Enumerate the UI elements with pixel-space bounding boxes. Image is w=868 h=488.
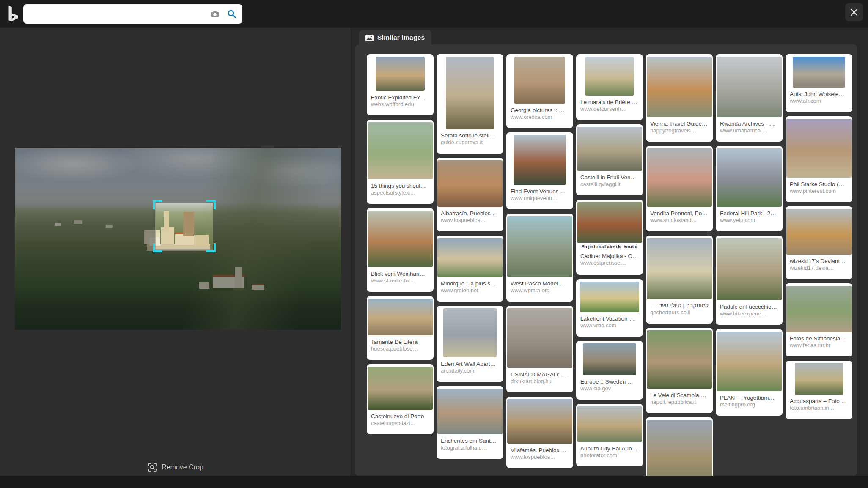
- result-title: Albarracín. Pueblos …: [441, 210, 499, 217]
- results-column: Le marais de Brière …www.detoursenfr…Cas…: [576, 54, 643, 476]
- result-thumbnail: [583, 343, 636, 375]
- result-card[interactable]: Tamarite De Literahuesca.pueblose…: [367, 296, 434, 360]
- result-thumbnail: [507, 399, 572, 444]
- bottom-bar: [0, 476, 868, 488]
- result-card[interactable]: West Pasco Model …www.wpmra.org: [506, 214, 573, 302]
- result-card[interactable]: Padule di Fucecchio…www.bikeexperie…: [716, 236, 783, 325]
- tab-label: Similar images: [377, 34, 425, 41]
- result-source: www.pinterest.com: [790, 188, 848, 194]
- result-source: www.lospueblos…: [441, 217, 499, 223]
- result-card[interactable]: Castelli in Friuli Ven…castelli.qviaggi.…: [576, 124, 643, 195]
- result-card[interactable]: CSINÁLD MAGAD: …drkuktart.blog.hu: [506, 306, 573, 392]
- result-card[interactable]: Minorque : la plus s…www.gralon.net: [437, 236, 503, 302]
- result-card[interactable]: Le marais de Brière …www.detoursenfr…: [576, 54, 643, 120]
- result-card[interactable]: Albarracín. Pueblos …www.lospueblos…: [437, 158, 503, 231]
- result-title: Find Event Venues …: [511, 188, 569, 195]
- result-card[interactable]: Federal Hill Park - 2…www.yelp.com: [716, 146, 783, 231]
- result-card[interactable]: Vienna Travel Guide…happyfrogtravels…: [646, 54, 713, 142]
- result-title: Federal Hill Park - 2…: [720, 210, 778, 217]
- result-thumbnail: [795, 363, 843, 395]
- camera-icon[interactable]: [209, 8, 221, 20]
- result-thumbnail: [786, 209, 851, 255]
- result-thumbnail: [786, 119, 851, 178]
- result-title: Georgia pictures :: …: [511, 107, 569, 113]
- result-source: foto.umbriaonlin…: [790, 405, 848, 411]
- result-card[interactable]: Vilafamés. Pueblos …www.lospueblos…: [506, 397, 573, 468]
- result-thumbnail: [507, 308, 572, 368]
- result-card[interactable]: Serata sotto le stell…guide.supereva.it: [437, 54, 503, 154]
- result-title: Lakefront Vacation …: [580, 315, 639, 322]
- result-card[interactable]: [646, 417, 713, 476]
- results-column: Artist John Wolsele…www.afr.comPhil Star…: [786, 54, 852, 476]
- crop-corner-top-right[interactable]: [206, 200, 216, 209]
- result-thumbnail: [437, 160, 502, 207]
- result-source: www.orexca.com: [511, 114, 569, 120]
- result-card[interactable]: Le Vele di Scampia,…napoli.repubblica.it: [646, 328, 713, 413]
- result-title: Padule di Fucecchio…: [720, 304, 778, 310]
- result-thumbnail: [793, 57, 845, 88]
- result-source: geshertours.co.il: [650, 309, 709, 315]
- result-title: Castelli in Friuli Ven…: [580, 174, 639, 181]
- result-card[interactable]: Rwanda Archives - …www.urbanafrica.…: [716, 54, 783, 142]
- result-card[interactable]: Exotic Exploited Ex…webs.wofford.edu: [367, 54, 434, 115]
- result-card[interactable]: Europe :: Sweden …www.cia.gov: [576, 341, 643, 400]
- top-bar: [0, 0, 868, 28]
- result-thumbnail: [368, 299, 432, 335]
- results-grid: Exotic Exploited Ex…webs.wofford.edu15 t…: [367, 54, 852, 476]
- crop-region[interactable]: [156, 203, 213, 249]
- result-source: www.studiostand…: [650, 217, 709, 223]
- result-title: Vendita Pennoni, Po…: [650, 210, 709, 217]
- result-card[interactable]: Phil Starke Studio (…www.pinterest.com: [786, 116, 852, 202]
- result-card[interactable]: Eden Art Wall Apart…archdaily.com: [437, 306, 503, 382]
- result-card[interactable]: 15 things you shoul…aspectsofstyle.c…: [367, 120, 434, 204]
- bing-logo[interactable]: [7, 5, 19, 22]
- search-input[interactable]: [23, 10, 209, 18]
- source-image: [15, 148, 341, 330]
- result-source: archdaily.com: [441, 367, 499, 374]
- result-card[interactable]: Majolikafabrik heuteCadiner Majolika - O…: [576, 200, 643, 275]
- result-card[interactable]: Blick vom Weinhan…www.staedte-fot…: [367, 208, 434, 292]
- result-card[interactable]: Georgia pictures :: …www.orexca.com: [506, 54, 573, 128]
- result-source: huesca.pueblose…: [371, 345, 429, 352]
- result-card[interactable]: Vendita Pennoni, Po…www.studiostand…: [646, 146, 713, 231]
- close-icon: [849, 8, 859, 17]
- result-source: www.uniquevenu…: [511, 195, 569, 201]
- result-card[interactable]: PLAN – Progettiam…meltingpro.org: [716, 329, 783, 416]
- result-card[interactable]: למוסקבה | טיולי גשר …geshertours.co.il: [646, 236, 713, 324]
- result-card[interactable]: Lakefront Vacation …www.vrbo.com: [576, 279, 643, 337]
- result-source: meltingpro.org: [720, 401, 778, 408]
- result-title: Serata sotto le stell…: [441, 132, 499, 139]
- close-button[interactable]: [845, 3, 863, 21]
- result-title: Vilafamés. Pueblos …: [511, 447, 569, 453]
- result-card[interactable]: Enchentes em Sant…fotografia.folha.u…: [437, 386, 503, 459]
- result-source: aspectsofstyle.c…: [371, 189, 429, 196]
- result-card[interactable]: Castelnuovo di Portocastelnuovo.lazi…: [367, 364, 434, 434]
- result-source: www.vrbo.com: [580, 322, 639, 329]
- result-card[interactable]: wizekid17's Deviant…wizekid17.devia…: [786, 206, 852, 279]
- result-thumbnail: [507, 216, 572, 277]
- result-title: Auburn City HallAub…: [580, 445, 639, 452]
- crop-corner-bottom-right[interactable]: [206, 243, 216, 252]
- results-column: Exotic Exploited Ex…webs.wofford.edu15 t…: [367, 54, 434, 476]
- result-title: Blick vom Weinhan…: [371, 271, 429, 277]
- result-card[interactable]: Artist John Wolsele…www.afr.com: [786, 54, 852, 112]
- search-button[interactable]: [225, 8, 238, 20]
- result-card[interactable]: Auburn City HallAub…photorator.com: [576, 404, 643, 466]
- result-source: www.ostpreusse…: [580, 260, 639, 266]
- result-card[interactable]: Find Event Venues …www.uniquevenu…: [506, 132, 573, 209]
- crop-corner-top-left[interactable]: [153, 200, 162, 209]
- result-card[interactable]: Acquasparta – Foto …foto.umbriaonlin…: [786, 361, 852, 419]
- crop-corner-bottom-left[interactable]: [153, 243, 162, 252]
- results-column: Vienna Travel Guide…happyfrogtravels…Ven…: [646, 54, 713, 476]
- result-thumbnail: [577, 127, 642, 171]
- result-title: Tamarite De Litera: [371, 339, 429, 345]
- result-title: Acquasparta – Foto …: [790, 398, 848, 404]
- remove-crop-button[interactable]: Remove Crop: [0, 460, 351, 474]
- result-thumbnail: [647, 420, 711, 476]
- result-source: www.gralon.net: [441, 287, 499, 293]
- crop-search-icon: [148, 463, 157, 472]
- result-card[interactable]: Fotos de Simonésia…www.ferias.tur.br: [786, 283, 852, 356]
- tab-similar-images[interactable]: Similar images: [359, 30, 431, 45]
- result-title: Le Vele di Scampia,…: [650, 392, 709, 398]
- result-source: fotografia.folha.u…: [441, 444, 499, 451]
